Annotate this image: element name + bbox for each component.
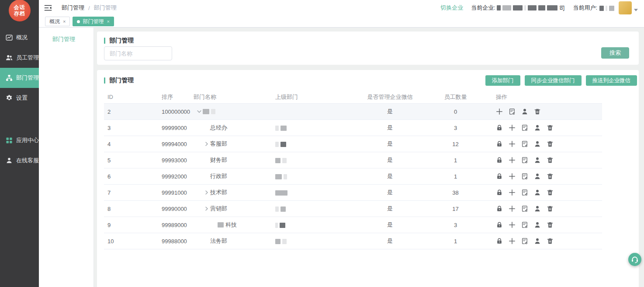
sidebar-item-app-center[interactable]: 应用中心 xyxy=(0,130,39,150)
tab-概况[interactable]: 概况× xyxy=(45,17,70,26)
cell-wecom-managed: 是 xyxy=(360,108,419,116)
expand-row-icon[interactable] xyxy=(204,190,210,195)
cell-operations xyxy=(492,124,602,131)
tab-label: 部门管理 xyxy=(83,18,104,25)
cell-id: 2 xyxy=(104,108,157,115)
collapse-row-icon[interactable] xyxy=(197,109,203,114)
cell-parent-department xyxy=(271,173,360,180)
close-tab-icon[interactable]: × xyxy=(107,19,109,24)
cell-wecom-managed: 是 xyxy=(360,205,419,213)
add-subdepartment-icon[interactable] xyxy=(509,238,516,245)
edit-department-icon[interactable] xyxy=(521,157,528,164)
sidebar-item-label: 员工管理 xyxy=(16,54,39,62)
add-subdepartment-icon[interactable] xyxy=(509,221,516,228)
department-members-icon[interactable] xyxy=(534,238,541,245)
user-menu-caret-icon[interactable] xyxy=(634,9,638,11)
department-members-icon[interactable] xyxy=(534,157,541,164)
tree-indent xyxy=(194,112,197,112)
customer-service-button[interactable] xyxy=(628,253,641,266)
department-name-input[interactable] xyxy=(104,46,172,60)
sidebar-item-label: 概况 xyxy=(16,34,28,42)
sidebar-item-online-service[interactable]: 在线客服 xyxy=(0,150,39,171)
delete-department-icon[interactable] xyxy=(547,221,554,228)
app-logo: 会话 存档 xyxy=(0,0,39,21)
search-card-title: 部门管理 xyxy=(109,37,134,45)
department-members-icon[interactable] xyxy=(534,173,541,180)
edit-department-icon[interactable] xyxy=(521,221,528,228)
redacted-text-block xyxy=(538,5,545,10)
expand-row-icon[interactable] xyxy=(204,206,210,211)
delete-department-icon[interactable] xyxy=(547,124,554,131)
push-to-wecom-button[interactable]: 推送到企业微信 xyxy=(586,75,637,86)
add-subdepartment-icon[interactable] xyxy=(509,189,516,196)
cell-employee-count: 1 xyxy=(419,238,492,245)
sidebar-item-departments[interactable]: 部门管理 xyxy=(0,68,39,88)
edit-department-icon[interactable] xyxy=(521,124,528,131)
edit-department-icon[interactable] xyxy=(509,108,516,115)
close-tab-icon[interactable]: × xyxy=(63,19,66,24)
edit-department-icon[interactable] xyxy=(521,205,528,212)
delete-department-icon[interactable] xyxy=(547,238,554,245)
sidebar-item-overview[interactable]: 概况 xyxy=(0,28,39,48)
department-members-icon[interactable] xyxy=(534,221,541,228)
edit-department-icon[interactable] xyxy=(521,189,528,196)
expand-row-icon[interactable] xyxy=(204,141,210,147)
lock-icon[interactable] xyxy=(496,157,503,164)
switch-enterprise-link[interactable]: 切换企业 xyxy=(440,4,463,12)
table-card-header: 部门管理 添加部门同步企业微信部门推送到企业微信 xyxy=(97,70,639,86)
delete-department-icon[interactable] xyxy=(547,157,554,164)
lock-icon[interactable] xyxy=(496,221,503,228)
delete-department-icon[interactable] xyxy=(534,108,541,115)
department-name: 技术部 xyxy=(210,189,227,196)
lock-icon[interactable] xyxy=(496,140,503,147)
add-subdepartment-icon[interactable] xyxy=(509,157,516,164)
delete-department-icon[interactable] xyxy=(547,189,554,196)
department-members-icon[interactable] xyxy=(534,140,541,147)
delete-department-icon[interactable] xyxy=(547,173,554,180)
logo-circle: 会话 存档 xyxy=(9,0,31,21)
tree-indent xyxy=(194,192,204,193)
lock-icon[interactable] xyxy=(496,238,503,245)
cell-department-name: 客服部 xyxy=(191,140,271,148)
breadcrumb: 部门管理 / 部门管理 xyxy=(62,4,117,12)
cell-operations xyxy=(492,221,602,228)
add-subdepartment-icon[interactable] xyxy=(509,173,516,180)
delete-department-icon[interactable] xyxy=(547,140,554,147)
breadcrumb-item-departments[interactable]: 部门管理 xyxy=(62,4,84,12)
add-department-button[interactable]: 添加部门 xyxy=(485,75,520,86)
lock-icon[interactable] xyxy=(496,189,503,196)
lock-icon[interactable] xyxy=(496,173,503,180)
add-subdepartment-icon[interactable] xyxy=(509,124,516,131)
sidebar-item-settings[interactable]: 设置 xyxy=(0,88,39,108)
table-row: 799991000技术部是38 xyxy=(104,185,602,201)
department-name: 财务部 xyxy=(210,156,227,164)
sidebar-item-employees[interactable]: 员工管理 xyxy=(0,48,39,68)
cell-employee-count: 12 xyxy=(419,141,492,147)
collapse-sidebar-icon[interactable] xyxy=(44,4,52,11)
department-members-icon[interactable] xyxy=(534,189,541,196)
edit-department-icon[interactable] xyxy=(521,238,528,245)
redacted-text-block xyxy=(275,223,278,228)
edit-department-icon[interactable] xyxy=(521,173,528,180)
search-button[interactable]: 搜索 xyxy=(601,47,629,59)
department-members-icon[interactable] xyxy=(534,205,541,212)
lock-icon[interactable] xyxy=(496,124,503,131)
user-avatar[interactable] xyxy=(619,1,632,14)
add-subdepartment-icon[interactable] xyxy=(509,140,516,147)
submenu-item-departments[interactable]: 部门管理 xyxy=(39,28,93,43)
grid-icon xyxy=(6,137,13,144)
department-members-icon[interactable] xyxy=(534,124,541,131)
delete-department-icon[interactable] xyxy=(547,205,554,212)
edit-department-icon[interactable] xyxy=(521,140,528,147)
department-members-icon[interactable] xyxy=(521,108,528,115)
sidebar-item-label: 部门管理 xyxy=(16,74,39,82)
cell-sort: 99988000 xyxy=(157,238,191,245)
sync-wecom-departments-button[interactable]: 同步企业微信部门 xyxy=(525,75,582,86)
table-header-row: ID排序部门名称上级部门是否管理企业微信员工数量操作 xyxy=(104,91,602,104)
sidebar-item-label: 在线客服 xyxy=(16,157,39,164)
lock-icon[interactable] xyxy=(496,205,503,212)
add-subdepartment-icon[interactable] xyxy=(496,108,503,115)
tab-部门管理[interactable]: 部门管理× xyxy=(73,17,114,26)
department-name: 行政部 xyxy=(210,172,227,180)
add-subdepartment-icon[interactable] xyxy=(509,205,516,212)
